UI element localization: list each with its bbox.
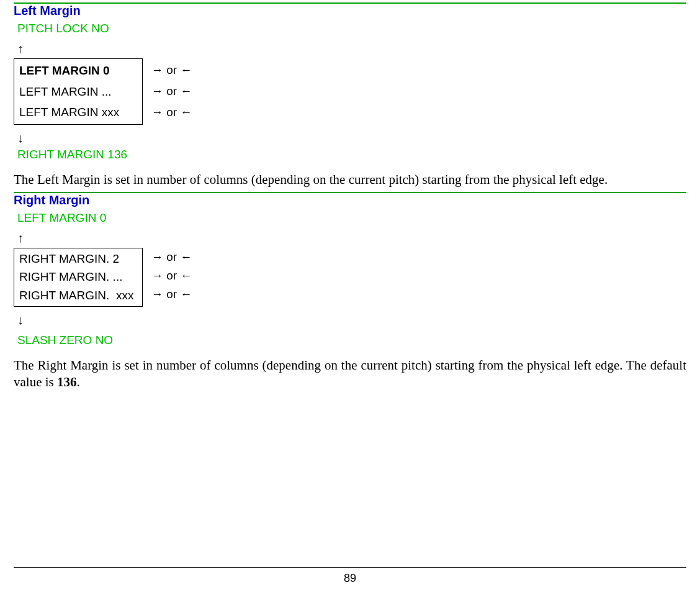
row-arrows-column: → or ← → or ← → or ← [143,248,192,301]
section-body-text: The Right Margin is set in number of col… [14,357,686,391]
left-right-arrow-icon: → or ← [151,250,192,264]
page-number: 89 [0,572,700,585]
section-heading-left-margin: Left Margin [14,4,686,18]
row-arrows-column: → or ← → or ← → or ← [143,58,192,119]
up-arrow-icon: ↑ [17,231,686,245]
left-right-arrow-icon: → or ← [151,106,192,119]
menu-row: LEFT MARGIN ... [19,84,141,100]
document-page: Left Margin PITCH LOCK NO ↑ LEFT MARGIN … [0,0,700,590]
default-value: 136 [57,374,77,389]
up-arrow-icon: ↑ [17,42,686,56]
context-label-above: PITCH LOCK NO [17,22,686,35]
left-right-arrow-icon: → or ← [151,269,192,283]
menu-row: RIGHT MARGIN. ... [19,269,141,285]
menu-row: RIGHT MARGIN. 2 [19,251,141,267]
menu-block-right-margin: RIGHT MARGIN. 2 RIGHT MARGIN. ... RIGHT … [14,248,686,307]
footer-rule [14,567,686,568]
menu-row: LEFT MARGIN xxx [19,104,141,120]
down-arrow-icon: ↓ [17,131,686,145]
context-label-below: RIGHT MARGIN 136 [17,148,686,161]
menu-row: RIGHT MARGIN. xxx [19,288,141,304]
context-label-above: LEFT MARGIN 0 [17,211,686,225]
menu-row-current: LEFT MARGIN 0 [19,63,141,79]
context-label-below: SLASH ZERO NO [17,334,686,347]
left-right-arrow-icon: → or ← [151,288,192,301]
section-body-text: The Left Margin is set in number of colu… [14,171,686,188]
body-text-span: . [76,374,79,389]
body-text-span: The Right Margin is set in number of col… [14,358,686,389]
menu-block-left-margin: LEFT MARGIN 0 LEFT MARGIN ... LEFT MARGI… [14,58,686,125]
left-right-arrow-icon: → or ← [151,84,192,98]
left-right-arrow-icon: → or ← [151,63,192,77]
down-arrow-icon: ↓ [17,313,686,327]
menu-box-right-margin: RIGHT MARGIN. 2 RIGHT MARGIN. ... RIGHT … [14,248,143,307]
section-heading-right-margin: Right Margin [14,193,686,207]
menu-box-left-margin: LEFT MARGIN 0 LEFT MARGIN ... LEFT MARGI… [14,58,143,125]
